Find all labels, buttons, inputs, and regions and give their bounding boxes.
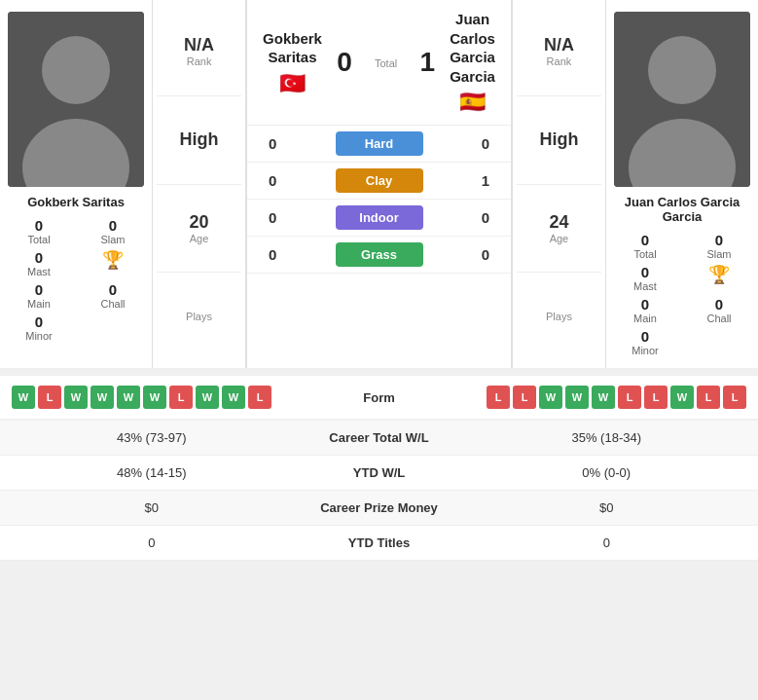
- p2-chall-label: Chall: [688, 313, 750, 324]
- titles-row: 0 YTD Titles 0: [0, 526, 758, 561]
- p1-minor-val-cell: 0 Minor: [8, 313, 70, 342]
- p1-high-row: High: [157, 96, 241, 185]
- p2-age-row: 24 Age: [517, 185, 601, 274]
- main-container: Gokberk Saritas 0 Total 0 Slam 0 Mast 🏆: [0, 0, 758, 561]
- p1-age-val: 20: [190, 212, 209, 233]
- grass-p2-score: 0: [476, 246, 495, 263]
- p1-mast-label: Mast: [8, 266, 70, 277]
- p1-slam-val: 0: [82, 217, 144, 234]
- p1-form-badge-l: L: [248, 386, 271, 409]
- p1-slam-val-cell: 0 Slam: [82, 217, 144, 245]
- p2-high-val: High: [539, 129, 578, 150]
- p1-mast-val-cell: 0 Mast: [8, 249, 70, 277]
- p2-center-info: Juan CarlosGarcia Garcia 🇪🇸: [450, 10, 495, 115]
- p1-rank-row: N/A Rank: [157, 8, 241, 96]
- p2-trophy-icon: 🏆: [708, 264, 730, 285]
- player2-middle-stats: N/A Rank High 24 Age Plays: [512, 0, 606, 368]
- grass-badge: Grass: [336, 242, 423, 267]
- p2-chall-val: 0: [688, 296, 750, 313]
- p1-center-name: GokberkSaritas: [263, 29, 322, 67]
- p1-total-val-cell: 0 Total: [8, 217, 70, 245]
- form-section: WLWWWWLWWL Form LLWWWLLWLL: [0, 376, 758, 419]
- p1-titles: 0: [12, 535, 292, 550]
- p2-minor-label: Minor: [614, 345, 676, 356]
- total-label: Total: [375, 57, 397, 69]
- p2-form-badge-w: W: [565, 386, 589, 409]
- p2-mast-val-cell: 0 Mast: [614, 264, 676, 292]
- p1-age-row: 20 Age: [157, 185, 241, 274]
- p2-main-cell: 0 Main: [614, 296, 676, 324]
- ytd-wl-row: 48% (14-15) YTD W/L 0% (0-0): [0, 456, 758, 491]
- player2-card: Juan Carlos Garcia Garcia 0 Total 0 Slam…: [606, 0, 758, 368]
- p2-flag: 🇪🇸: [459, 90, 486, 115]
- p1-main-cell: 0 Main: [8, 281, 70, 310]
- p1-form-badge-w: W: [117, 386, 140, 409]
- p2-career-wl: 35% (18-34): [467, 430, 747, 445]
- p1-high-val: High: [180, 129, 219, 150]
- player1-avatar: [8, 12, 144, 187]
- p1-minor-val: 0: [8, 313, 70, 330]
- p1-form-badge-w: W: [90, 386, 114, 409]
- p2-minor-val: 0: [614, 328, 676, 345]
- indoor-badge: Indoor: [336, 205, 423, 230]
- p1-plays-row: Plays: [157, 273, 241, 360]
- p2-form-badge-l: L: [513, 386, 536, 409]
- p1-total-label: Total: [8, 234, 70, 245]
- surface-rows: 0 Hard 0 0 Clay 1 0 Indoor 0 0 Grass: [247, 126, 511, 368]
- p1-form-badge-w: W: [12, 386, 35, 409]
- indoor-p2-score: 0: [476, 209, 495, 226]
- p1-ytd-wl: 48% (14-15): [12, 465, 292, 480]
- p2-form-badge-w: W: [670, 386, 694, 409]
- p2-score-col: 1: [413, 47, 442, 78]
- p2-slam-val: 0: [688, 232, 750, 248]
- p2-minor-val-cell: 0 Minor: [614, 328, 676, 356]
- p2-mast-val: 0: [614, 264, 676, 280]
- p2-form-badge-w: W: [592, 386, 615, 409]
- player2-avatar: [614, 12, 750, 187]
- p1-mast-val: 0: [8, 249, 70, 266]
- svg-point-4: [648, 36, 716, 104]
- hard-badge: Hard: [336, 131, 423, 156]
- player1-middle-stats: N/A Rank High 20 Age Plays: [152, 0, 246, 368]
- p1-rank-label: Rank: [187, 55, 212, 67]
- p1-trophy-cell: 🏆: [82, 249, 144, 277]
- top-section: Gokberk Saritas 0 Total 0 Slam 0 Mast 🏆: [0, 0, 758, 368]
- clay-row: 0 Clay 1: [247, 163, 511, 200]
- career-wl-label: Career Total W/L: [292, 430, 467, 445]
- p1-rank-val: N/A: [184, 35, 214, 55]
- player1-stats: 0 Total 0 Slam 0 Mast 🏆 0 Main: [8, 217, 144, 342]
- grass-p1-score: 0: [263, 246, 282, 263]
- p1-flag: 🇹🇷: [279, 71, 306, 96]
- p2-high-row: High: [517, 96, 601, 185]
- clay-p2-score: 1: [476, 172, 495, 189]
- p1-form-badges: WLWWWWLWWL: [12, 386, 341, 409]
- indoor-row: 0 Indoor 0: [247, 200, 511, 237]
- p2-form-badges: LLWWWLLWLL: [418, 386, 747, 409]
- p1-slam-label: Slam: [82, 234, 144, 245]
- p1-form-badge-w: W: [143, 386, 166, 409]
- ytd-wl-label: YTD W/L: [292, 465, 467, 480]
- p2-form-badge-w: W: [539, 386, 562, 409]
- p2-form-badge-l: L: [487, 386, 510, 409]
- p2-age-val: 24: [549, 212, 568, 233]
- prize-label: Career Prize Money: [292, 500, 467, 515]
- p1-total-score: 0: [330, 47, 359, 78]
- p2-slam-val-cell: 0 Slam: [688, 232, 750, 260]
- hard-row: 0 Hard 0: [247, 126, 511, 163]
- p2-rank-label: Rank: [547, 55, 572, 67]
- p2-form-badge-l: L: [618, 386, 641, 409]
- p2-titles: 0: [467, 535, 747, 550]
- player1-card: Gokberk Saritas 0 Total 0 Slam 0 Mast 🏆: [0, 0, 152, 368]
- player1-name: Gokberk Saritas: [27, 195, 125, 209]
- p2-slam-label: Slam: [688, 248, 750, 260]
- p1-chall-label: Chall: [82, 298, 144, 310]
- p1-main-val: 0: [8, 281, 70, 298]
- p1-career-wl: 43% (73-97): [12, 430, 292, 445]
- p2-main-val: 0: [614, 296, 676, 313]
- p2-rank-row: N/A Rank: [517, 8, 601, 96]
- p1-chall-val-cell: 0 Chall: [82, 281, 144, 310]
- p2-form-badge-l: L: [644, 386, 668, 409]
- form-label: Form: [341, 390, 418, 405]
- p1-plays-label: Plays: [186, 311, 212, 322]
- p1-total-val: 0: [8, 217, 70, 234]
